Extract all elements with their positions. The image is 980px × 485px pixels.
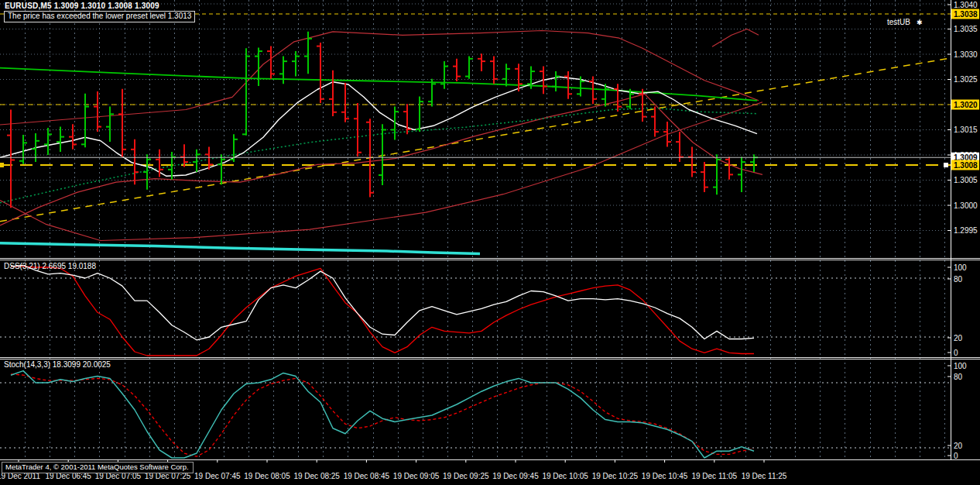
dss-axis-label: 0 — [954, 349, 958, 357]
time-axis-label: 19 Dec 09:25 — [443, 472, 489, 480]
object-name-text: testUB — [887, 18, 910, 26]
price-axis-label: 1.3015 — [954, 126, 978, 134]
price-axis-label: 1.2995 — [954, 226, 978, 235]
object-marker-icon: ✱ — [917, 19, 923, 26]
price-axis-label: 1.3000 — [954, 201, 978, 210]
stoch-axis-label: 20 — [954, 442, 963, 450]
time-axis-label: 19 Dec 09:45 — [492, 472, 539, 480]
time-axis-label: 19 Dec 08:05 — [244, 472, 290, 480]
price-badge-text: 1.3020 — [954, 101, 978, 109]
line-handle-left[interactable] — [0, 163, 4, 167]
trend-object-label[interactable]: testUB✱ — [887, 18, 923, 27]
stoch-indicator-label: Stoch(14,3,3) 18.3099 20.0025 — [4, 360, 111, 370]
price-badge-text: 1.3008 — [954, 161, 978, 170]
chart-background[interactable] — [0, 0, 980, 485]
alert-message: The price has exceeded the lower preset … — [4, 11, 195, 22]
stoch-axis-label: 100 — [954, 362, 967, 370]
price-badge-text: 1.3038 — [954, 10, 978, 19]
line-handle-right[interactable] — [944, 163, 948, 167]
trading-chart-canvas[interactable]: 1.30401.30351.30301.30251.30151.30101.30… — [0, 0, 980, 485]
dss-axis-label: 20 — [954, 334, 963, 342]
time-axis-label: 19 Dec 11:25 — [742, 472, 787, 480]
time-axis-label: 19 Dec 08:45 — [344, 472, 390, 480]
price-axis-label: 1.3035 — [954, 25, 978, 33]
dss-indicator-label: DSS(3,21) 2.6695 19.0188 — [4, 262, 96, 271]
price-axis-label: 1.3030 — [954, 50, 978, 59]
dss-axis-label: 100 — [954, 263, 967, 272]
time-axis-label: 19 Dec 10:45 — [642, 472, 688, 480]
time-axis-label: 19 Dec 10:25 — [592, 472, 639, 480]
time-axis-label: 19 Dec 11:05 — [691, 472, 737, 480]
price-axis-label: 1.3025 — [954, 75, 978, 84]
chart-title-ohlc: EURUSD,M5 1.3009 1.3010 1.3008 1.3009 — [5, 2, 159, 11]
stoch-axis-label: 0 — [954, 452, 958, 460]
stoch-axis-label: 80 — [954, 373, 963, 381]
dss-axis-label: 80 — [954, 275, 963, 284]
time-axis-label: 19 Dec 09:05 — [393, 472, 440, 480]
time-axis-label: 19 Dec 10:05 — [542, 472, 588, 480]
time-axis-label: 19 Dec 08:25 — [293, 472, 340, 480]
copyright-text: MetaTrader 4, © 2001-2011 MetaQuotes Sof… — [2, 462, 194, 473]
price-axis-label: 1.3005 — [954, 176, 978, 184]
price-axis-label: 1.3040 — [954, 1, 978, 9]
time-axis-label: 19 Dec 07:45 — [194, 472, 241, 480]
